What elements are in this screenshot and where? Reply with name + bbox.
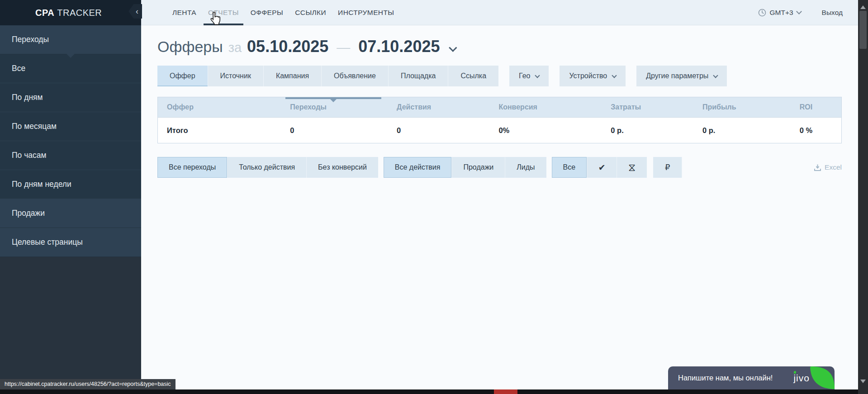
tab-otchety[interactable]: ОТЧЕТЫ (202, 0, 245, 25)
filter-label: Все переходы (169, 163, 216, 171)
tab-label: Ссылка (460, 72, 486, 80)
topbar-right: GMT+3 Выход (758, 0, 843, 25)
date-range-chevron-icon[interactable] (449, 43, 457, 52)
table-header-row: Оффер Переходы Действия Конверсия Затрат… (158, 97, 842, 118)
timezone-select[interactable]: GMT+3 (758, 9, 801, 17)
logout-link[interactable]: Выход (822, 9, 843, 17)
column-header-konversiya[interactable]: Конверсия (494, 97, 606, 118)
total-clicks: 0 (285, 118, 392, 143)
clock-icon (758, 9, 766, 17)
sidebar-item-vse[interactable]: Все (0, 54, 141, 83)
clicks-filter-group: Все переходы Только действия Без конверс… (157, 157, 378, 178)
report-preposition: за (228, 40, 242, 55)
tab-offer[interactable]: Оффер (157, 66, 208, 86)
date-to[interactable]: 07.10.2025 (358, 37, 440, 56)
column-header-perehody[interactable]: Переходы (285, 97, 392, 118)
sidebar-item-perehody[interactable]: Переходы (0, 25, 141, 54)
sidebar-item-po-mesyacam[interactable]: По месяцам (0, 112, 141, 141)
column-header-pribyl[interactable]: Прибыль (698, 97, 795, 118)
sidebar-empty-area (0, 257, 141, 394)
tab-istochnik[interactable]: Источник (208, 66, 264, 86)
column-header-deystviya[interactable]: Действия (392, 97, 494, 118)
logo-block: CPATRACKER ‹ (0, 0, 141, 25)
app-window: CPATRACKER ‹ Переходы Все По дням По мес… (0, 0, 858, 394)
sidebar-item-po-chasam[interactable]: По часам (0, 141, 141, 170)
scrollbar-up-arrow-icon[interactable] (860, 3, 866, 9)
geo-dropdown[interactable]: Гео (509, 66, 549, 86)
date-from[interactable]: 05.10.2025 (247, 37, 328, 56)
filter-pending[interactable]: ⧖ (617, 157, 647, 178)
column-header-offer[interactable]: Оффер (158, 97, 286, 118)
column-header-roi[interactable]: ROI (795, 97, 842, 118)
filter-approved[interactable]: ✔ (587, 157, 617, 178)
column-header-zatraty[interactable]: Затраты (606, 97, 698, 118)
leaf-icon (810, 366, 835, 389)
tab-obyavlenie[interactable]: Объявление (322, 66, 389, 86)
filters-row: Все переходы Только действия Без конверс… (157, 157, 842, 178)
tab-label: Источник (220, 72, 251, 80)
tab-lenta[interactable]: ЛЕНТА (166, 0, 202, 25)
timezone-value: GMT+3 (770, 9, 793, 17)
vertical-scrollbar[interactable] (858, 0, 868, 394)
total-actions: 0 (392, 118, 494, 143)
other-params-dropdown[interactable]: Другие параметры (636, 66, 727, 86)
logo-bold: CPA (35, 8, 54, 18)
scrollbar-down-arrow-icon[interactable] (860, 380, 866, 386)
total-profit: 0 р. (698, 118, 795, 143)
statusbar-url: https://cabinet.cpatracker.ru/users/4825… (5, 381, 171, 387)
filter-label: Продажи (463, 163, 493, 171)
filter-all-clicks[interactable]: Все переходы (157, 157, 228, 178)
hand-cursor-icon (209, 11, 222, 25)
filter-currency-ruble[interactable]: ₽ (653, 157, 682, 178)
actions-filter-group: Все действия Продажи Лиды (384, 157, 546, 178)
scrollbar-thumb[interactable] (859, 11, 867, 49)
filter-leads[interactable]: Лиды (505, 157, 546, 178)
tab-label: Объявление (334, 72, 376, 80)
sidebar-item-label: По дням недели (12, 180, 71, 189)
jivo-logo: jivo (793, 373, 810, 384)
filter-label: Без конверсий (318, 163, 367, 171)
export-excel-link[interactable]: Excel (814, 163, 842, 171)
main-content: ЛЕНТА ОТЧЕТЫ ОФФЕРЫ ССЫЛКИ ИНСТРУМЕНТЫ (141, 0, 858, 394)
chevron-down-icon (713, 73, 718, 78)
bottom-edge-bar (0, 389, 868, 394)
filter-all-actions[interactable]: Все действия (384, 157, 452, 178)
chevron-left-icon: ‹ (136, 7, 138, 16)
page-title: Офферы за 05.10.2025 — 07.10.2025 (157, 37, 842, 56)
total-roi: 0 % (795, 118, 842, 143)
tab-instrumenty[interactable]: ИНСТРУМЕНТЫ (332, 0, 400, 25)
filter-label: Только действия (239, 163, 295, 171)
report-entity: Офферы (157, 38, 223, 56)
excel-label: Excel (825, 163, 842, 171)
tab-ploschadka[interactable]: Площадка (389, 66, 449, 86)
sidebar-item-label: По месяцам (12, 122, 57, 131)
tab-kampaniya[interactable]: Кампания (264, 66, 322, 86)
dimension-tab-group: Оффер Источник Кампания Объявление Площа… (157, 66, 498, 86)
tab-ssylka[interactable]: Ссылка (448, 66, 498, 86)
column-label: Переходы (290, 103, 327, 111)
tab-offery[interactable]: ОФФЕРЫ (245, 0, 289, 25)
device-dropdown[interactable]: Устройство (560, 66, 626, 86)
sidebar-item-po-dnyam[interactable]: По дням (0, 83, 141, 112)
sidebar-item-po-dnyam-nedeli[interactable]: По дням недели (0, 170, 141, 199)
top-nav: ЛЕНТА ОТЧЕТЫ ОФФЕРЫ ССЫЛКИ ИНСТРУМЕНТЫ (166, 0, 400, 25)
filter-only-actions[interactable]: Только действия (228, 157, 307, 178)
dropdown-label: Другие параметры (646, 72, 708, 80)
sidebar-item-prodazhi[interactable]: Продажи (0, 199, 141, 228)
sidebar-item-label: Все (12, 64, 25, 73)
total-label: Итого (158, 118, 286, 143)
filter-status-all[interactable]: Все (552, 157, 588, 178)
filter-no-conversions[interactable]: Без конверсий (307, 157, 378, 178)
tab-ssylki[interactable]: ССЫЛКИ (289, 0, 332, 25)
download-icon (814, 164, 821, 171)
sidebar-nav: Переходы Все По дням По месяцам По часам… (0, 25, 141, 257)
sidebar-item-label: По дням (12, 93, 43, 102)
ruble-icon: ₽ (665, 162, 670, 172)
sidebar-item-celevye-stranicy[interactable]: Целевые страницы (0, 228, 141, 257)
tab-label: Кампания (276, 72, 309, 80)
sidebar-collapse-button[interactable]: ‹ (128, 4, 142, 19)
report-page: Офферы за 05.10.2025 — 07.10.2025 Оффер … (141, 25, 858, 178)
filter-sales[interactable]: Продажи (452, 157, 505, 178)
chat-widget[interactable]: Напишите нам, мы онлайн! jivo (668, 366, 835, 389)
topnav-label: ССЫЛКИ (295, 9, 326, 17)
